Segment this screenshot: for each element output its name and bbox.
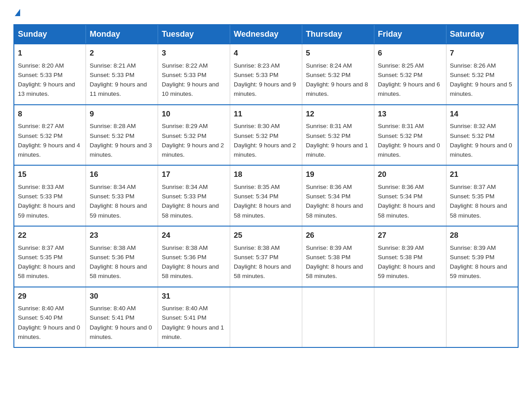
day-info: Sunrise: 8:39 AMSunset: 5:38 PMDaylight:…	[378, 244, 435, 280]
day-number: 11	[234, 109, 298, 120]
col-header-monday: Monday	[86, 25, 158, 44]
calendar-week-row: 1 Sunrise: 8:20 AMSunset: 5:33 PMDayligh…	[14, 44, 518, 105]
day-info: Sunrise: 8:37 AMSunset: 5:35 PMDaylight:…	[450, 184, 507, 219]
calendar-cell: 1 Sunrise: 8:20 AMSunset: 5:33 PMDayligh…	[14, 44, 86, 105]
calendar-cell: 11 Sunrise: 8:30 AMSunset: 5:32 PMDaylig…	[230, 105, 302, 166]
calendar-week-row: 29 Sunrise: 8:40 AMSunset: 5:40 PMDaylig…	[14, 287, 518, 348]
day-number: 2	[90, 48, 154, 59]
calendar-cell	[302, 287, 374, 348]
day-number: 12	[306, 109, 370, 120]
day-info: Sunrise: 8:25 AMSunset: 5:32 PMDaylight:…	[378, 62, 440, 98]
calendar-cell: 30 Sunrise: 8:40 AMSunset: 5:41 PMDaylig…	[86, 287, 158, 348]
day-number: 3	[162, 48, 226, 59]
calendar-week-row: 22 Sunrise: 8:37 AMSunset: 5:35 PMDaylig…	[14, 226, 518, 287]
day-info: Sunrise: 8:28 AMSunset: 5:32 PMDaylight:…	[90, 123, 152, 158]
calendar-header-row: SundayMondayTuesdayWednesdayThursdayFrid…	[14, 25, 518, 44]
calendar-cell: 29 Sunrise: 8:40 AMSunset: 5:40 PMDaylig…	[14, 287, 86, 348]
day-info: Sunrise: 8:38 AMSunset: 5:36 PMDaylight:…	[90, 244, 147, 280]
day-number: 20	[378, 169, 442, 180]
col-header-tuesday: Tuesday	[158, 25, 230, 44]
day-number: 21	[450, 169, 514, 180]
calendar-cell	[230, 287, 302, 348]
col-header-wednesday: Wednesday	[230, 25, 302, 44]
calendar-cell: 8 Sunrise: 8:27 AMSunset: 5:32 PMDayligh…	[14, 105, 86, 166]
calendar-cell: 4 Sunrise: 8:23 AMSunset: 5:33 PMDayligh…	[230, 44, 302, 105]
calendar-cell: 18 Sunrise: 8:35 AMSunset: 5:34 PMDaylig…	[230, 165, 302, 226]
day-info: Sunrise: 8:39 AMSunset: 5:38 PMDaylight:…	[306, 244, 363, 280]
col-header-thursday: Thursday	[302, 25, 374, 44]
calendar-cell: 31 Sunrise: 8:40 AMSunset: 5:41 PMDaylig…	[158, 287, 230, 348]
day-number: 28	[450, 230, 514, 241]
day-number: 26	[306, 230, 370, 241]
day-info: Sunrise: 8:24 AMSunset: 5:32 PMDaylight:…	[306, 62, 368, 98]
day-number: 17	[162, 169, 226, 180]
day-number: 5	[306, 48, 370, 59]
calendar-cell: 21 Sunrise: 8:37 AMSunset: 5:35 PMDaylig…	[446, 165, 518, 226]
day-info: Sunrise: 8:31 AMSunset: 5:32 PMDaylight:…	[378, 123, 440, 158]
day-info: Sunrise: 8:34 AMSunset: 5:33 PMDaylight:…	[90, 184, 147, 219]
day-info: Sunrise: 8:34 AMSunset: 5:33 PMDaylight:…	[162, 184, 219, 219]
calendar-cell: 19 Sunrise: 8:36 AMSunset: 5:34 PMDaylig…	[302, 165, 374, 226]
calendar-cell: 12 Sunrise: 8:31 AMSunset: 5:32 PMDaylig…	[302, 105, 374, 166]
day-info: Sunrise: 8:26 AMSunset: 5:32 PMDaylight:…	[450, 62, 512, 98]
day-number: 16	[90, 169, 154, 180]
calendar-cell: 27 Sunrise: 8:39 AMSunset: 5:38 PMDaylig…	[374, 226, 446, 287]
day-number: 9	[90, 109, 154, 120]
day-number: 18	[234, 169, 298, 180]
logo	[13, 9, 20, 15]
day-number: 30	[90, 291, 154, 302]
calendar-cell: 23 Sunrise: 8:38 AMSunset: 5:36 PMDaylig…	[86, 226, 158, 287]
calendar-cell: 3 Sunrise: 8:22 AMSunset: 5:33 PMDayligh…	[158, 44, 230, 105]
calendar-cell: 9 Sunrise: 8:28 AMSunset: 5:32 PMDayligh…	[86, 105, 158, 166]
calendar-cell: 13 Sunrise: 8:31 AMSunset: 5:32 PMDaylig…	[374, 105, 446, 166]
calendar-cell: 25 Sunrise: 8:38 AMSunset: 5:37 PMDaylig…	[230, 226, 302, 287]
day-info: Sunrise: 8:22 AMSunset: 5:33 PMDaylight:…	[162, 62, 219, 98]
day-number: 23	[90, 230, 154, 241]
day-info: Sunrise: 8:38 AMSunset: 5:37 PMDaylight:…	[234, 244, 291, 280]
day-number: 22	[18, 230, 82, 241]
logo-arrow-icon	[15, 9, 20, 16]
col-header-sunday: Sunday	[14, 25, 86, 44]
day-info: Sunrise: 8:36 AMSunset: 5:34 PMDaylight:…	[306, 184, 363, 219]
calendar-cell: 7 Sunrise: 8:26 AMSunset: 5:32 PMDayligh…	[446, 44, 518, 105]
day-info: Sunrise: 8:36 AMSunset: 5:34 PMDaylight:…	[378, 184, 435, 219]
calendar-cell	[446, 287, 518, 348]
day-info: Sunrise: 8:35 AMSunset: 5:34 PMDaylight:…	[234, 184, 291, 219]
day-number: 29	[18, 291, 82, 302]
calendar-cell: 10 Sunrise: 8:29 AMSunset: 5:32 PMDaylig…	[158, 105, 230, 166]
page-header	[13, 9, 519, 15]
calendar-cell: 26 Sunrise: 8:39 AMSunset: 5:38 PMDaylig…	[302, 226, 374, 287]
day-number: 31	[162, 291, 226, 302]
day-number: 1	[18, 48, 82, 59]
calendar-cell: 17 Sunrise: 8:34 AMSunset: 5:33 PMDaylig…	[158, 165, 230, 226]
day-info: Sunrise: 8:27 AMSunset: 5:32 PMDaylight:…	[18, 123, 80, 158]
col-header-saturday: Saturday	[446, 25, 518, 44]
calendar-cell	[374, 287, 446, 348]
day-number: 24	[162, 230, 226, 241]
day-info: Sunrise: 8:40 AMSunset: 5:40 PMDaylight:…	[18, 305, 80, 340]
day-info: Sunrise: 8:21 AMSunset: 5:33 PMDaylight:…	[90, 62, 147, 98]
day-number: 4	[234, 48, 298, 59]
day-number: 27	[378, 230, 442, 241]
day-info: Sunrise: 8:40 AMSunset: 5:41 PMDaylight:…	[90, 305, 152, 340]
calendar-table: SundayMondayTuesdayWednesdayThursdayFrid…	[13, 24, 519, 348]
day-number: 19	[306, 169, 370, 180]
calendar-cell: 2 Sunrise: 8:21 AMSunset: 5:33 PMDayligh…	[86, 44, 158, 105]
day-number: 10	[162, 109, 226, 120]
day-info: Sunrise: 8:39 AMSunset: 5:39 PMDaylight:…	[450, 244, 507, 280]
day-info: Sunrise: 8:23 AMSunset: 5:33 PMDaylight:…	[234, 62, 296, 98]
day-number: 6	[378, 48, 442, 59]
calendar-week-row: 8 Sunrise: 8:27 AMSunset: 5:32 PMDayligh…	[14, 105, 518, 166]
day-number: 13	[378, 109, 442, 120]
day-info: Sunrise: 8:29 AMSunset: 5:32 PMDaylight:…	[162, 123, 224, 158]
day-info: Sunrise: 8:38 AMSunset: 5:36 PMDaylight:…	[162, 244, 219, 280]
calendar-cell: 22 Sunrise: 8:37 AMSunset: 5:35 PMDaylig…	[14, 226, 86, 287]
day-info: Sunrise: 8:31 AMSunset: 5:32 PMDaylight:…	[306, 123, 368, 158]
day-number: 15	[18, 169, 82, 180]
col-header-friday: Friday	[374, 25, 446, 44]
calendar-cell: 28 Sunrise: 8:39 AMSunset: 5:39 PMDaylig…	[446, 226, 518, 287]
calendar-cell: 16 Sunrise: 8:34 AMSunset: 5:33 PMDaylig…	[86, 165, 158, 226]
calendar-cell: 20 Sunrise: 8:36 AMSunset: 5:34 PMDaylig…	[374, 165, 446, 226]
day-info: Sunrise: 8:40 AMSunset: 5:41 PMDaylight:…	[162, 305, 224, 340]
day-number: 25	[234, 230, 298, 241]
